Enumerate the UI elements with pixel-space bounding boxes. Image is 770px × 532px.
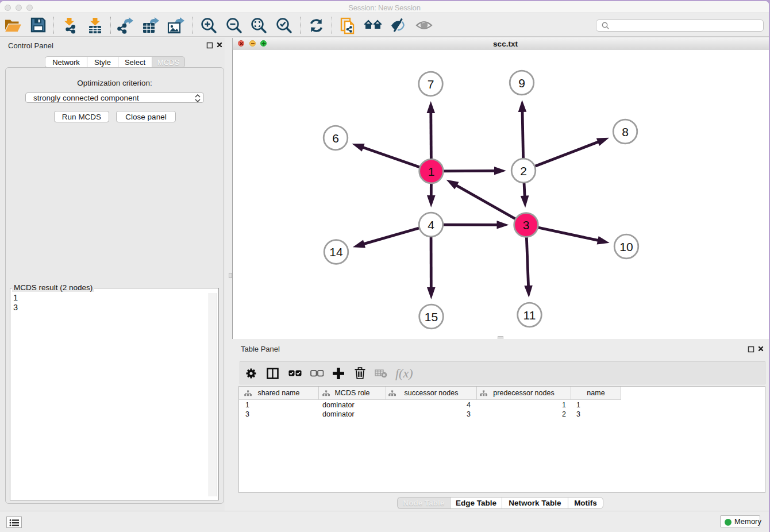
- svg-text:10: 10: [619, 240, 633, 253]
- svg-text:6: 6: [332, 132, 339, 145]
- svg-text:15: 15: [425, 310, 438, 323]
- svg-text:4: 4: [428, 218, 434, 232]
- svg-text:8: 8: [622, 125, 629, 138]
- svg-text:3: 3: [523, 218, 530, 232]
- svg-text:11: 11: [523, 309, 536, 322]
- svg-text:2: 2: [520, 164, 527, 178]
- svg-text:1: 1: [428, 165, 435, 178]
- svg-text:f(x): f(x): [395, 366, 413, 380]
- svg-text:7: 7: [428, 78, 434, 91]
- svg-text:14: 14: [329, 245, 343, 259]
- svg-text:9: 9: [518, 76, 525, 90]
